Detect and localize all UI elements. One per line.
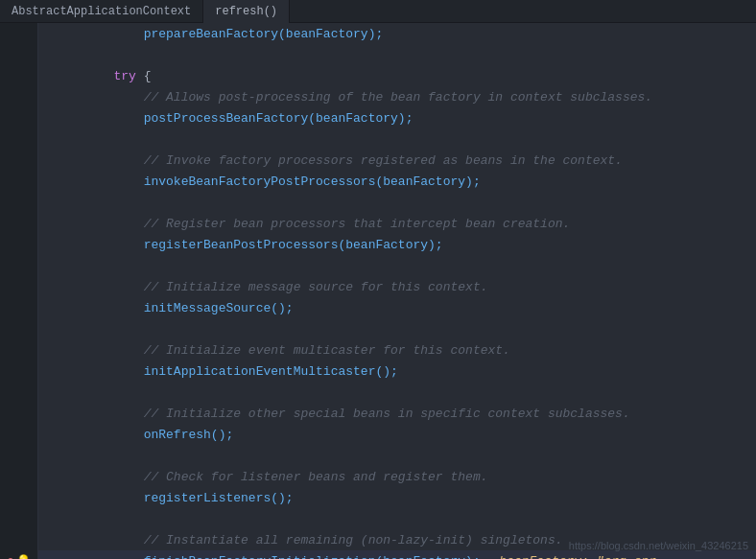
editor-container: AbstractApplicationContext refresh() — [0, 0, 756, 559]
code-line: postProcessBeanFactory(beanFactory); — [38, 107, 756, 128]
code-line: // Register bean processors that interce… — [38, 213, 756, 234]
code-line — [38, 128, 756, 150]
tab-bar: AbstractApplicationContext refresh() — [0, 0, 756, 23]
code-content: prepareBeanFactory(beanFactory); try { /… — [38, 23, 756, 559]
code-line: prepareBeanFactory(beanFactory); — [38, 23, 756, 44]
code-line-highlighted: finishBeanFactoryInitialization(beanFact… — [38, 550, 756, 559]
code-line: onRefresh(); — [38, 424, 756, 445]
code-line: initMessageSource(); — [38, 297, 756, 318]
error-icon: ● — [7, 553, 14, 559]
tab-abstract-application-context[interactable]: AbstractApplicationContext — [0, 0, 203, 23]
code-line: registerBeanPostProcessors(beanFactory); — [38, 234, 756, 255]
watermark: https://blog.csdn.net/weixin_43246215 — [569, 540, 748, 551]
code-line: // Initialize other special beans in spe… — [38, 403, 756, 424]
code-line: // Invoke factory processors registered … — [38, 150, 756, 171]
code-area: ● 💡 prepareBeanFactory(beanFactory); try… — [0, 23, 756, 559]
code-line: registerListeners(); — [38, 487, 756, 508]
code-line: // Check for listener beans and register… — [38, 466, 756, 487]
code-line: // Initialize event multicaster for this… — [38, 339, 756, 361]
code-line: initApplicationEventMulticaster(); — [38, 361, 756, 382]
code-line: // Initialize message source for this co… — [38, 276, 756, 297]
code-line — [38, 445, 756, 466]
code-line — [38, 192, 756, 213]
code-line — [38, 382, 756, 403]
code-line — [38, 255, 756, 276]
code-line: try { — [38, 65, 756, 86]
warning-icon: 💡 — [16, 554, 31, 560]
gutter-icons-row: ● 💡 — [0, 550, 37, 559]
code-line — [38, 318, 756, 339]
code-line: invokeBeanFactoryPostProcessors(beanFact… — [38, 171, 756, 192]
line-gutter: ● 💡 — [0, 23, 38, 559]
tab-refresh[interactable]: refresh() — [203, 0, 290, 23]
code-line — [38, 44, 756, 65]
code-line: // Allows post-processing of the bean fa… — [38, 86, 756, 107]
code-line — [38, 508, 756, 529]
